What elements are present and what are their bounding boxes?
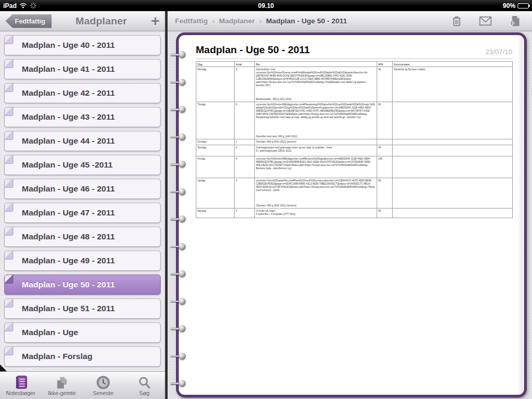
table-header: Dag <box>196 62 235 67</box>
spiral-ring-icon <box>170 380 187 387</box>
note-list-item[interactable]: Madplan - Uge 40 - 2011 <box>4 35 161 55</box>
note-list-item[interactable]: Madplan - Uge 47 - 2011 <box>4 203 161 223</box>
note-list-item[interactable]: Madplan - Uge 51 - 2011 <box>4 298 161 319</box>
cell-kommentar <box>393 209 513 218</box>
cell-kommentar <box>393 156 513 178</box>
note-item-label: Madplan - Uge 42 - 2011 <box>22 88 115 98</box>
cell-min: 105 <box>377 156 393 178</box>
note-list-item[interactable]: Madplan - Uge 49 - 2011 <box>4 251 161 271</box>
wifi-icon <box>19 3 27 9</box>
spiral-ring-icon <box>170 161 187 168</box>
cell-kommentar <box>393 178 513 209</box>
back-button[interactable]: Fedtfattig <box>5 14 52 28</box>
cell-antal: 4 <box>235 145 255 156</box>
cell-dag: Fredag <box>196 156 235 178</box>
clock-icon <box>96 375 110 389</box>
folded-corner-icon <box>4 35 13 44</box>
clock-time: 09.10 <box>110 2 422 10</box>
folded-corner-icon <box>4 131 13 140</box>
note-list-item[interactable]: Madplan - Uge 48 - 2011 <box>4 227 161 247</box>
tab-label: Seneste <box>93 390 113 396</box>
ret-text-segment: Medisterpølse, 400 g (4/11 2011) <box>256 98 376 101</box>
search-icon <box>138 375 151 389</box>
cell-antal: 1 <box>235 139 255 145</box>
spiral-ring-icon <box>170 353 187 360</box>
doc-actions <box>451 15 525 27</box>
spiral-ring-icon <box>170 270 187 277</box>
tab-notesbøger[interactable]: Notesbøger <box>0 372 41 399</box>
ret-text-segment: «onenote:Vores%20opskrifter.one#Pasta%20… <box>256 179 376 192</box>
note-list-item[interactable]: Madplan - Uge 45 -2011 <box>4 155 161 175</box>
cell-dag: Lørdag <box>196 178 235 209</box>
note-list-item[interactable]: Madplan - Uge 43 - 2011 <box>4 107 161 127</box>
ret-text-segment: «onenote:Nyn%20retter/Måltidagsretter.on… <box>256 103 376 119</box>
add-note-button[interactable]: + <box>151 16 160 27</box>
ret-text-segment: Grøntsagssuppe med grøntsags-rester og e… <box>256 146 376 153</box>
cell-ret: «onenote:Nyn%20retter/Måltidagsretter.on… <box>255 102 377 139</box>
add-page-icon[interactable] <box>508 15 520 27</box>
cell-min: 60 <box>377 67 393 102</box>
mail-icon[interactable] <box>479 15 492 27</box>
note-list-item[interactable]: Madplan - Uge 46 - 2011 <box>4 179 161 199</box>
carrier-label: iPad <box>3 2 16 10</box>
breadcrumb: Fedtfattig›Madplaner›Madplan - Uge 50 - … <box>175 16 347 26</box>
battery-icon <box>518 3 529 9</box>
tab-ikke-gemte[interactable]: Ikke-gemte <box>41 372 83 399</box>
battery-percent: 90% <box>503 2 516 10</box>
note-list: Madplan - Uge 40 - 2011Madplan - Uge 41 … <box>0 31 165 371</box>
meal-plan-table: DagAntalRetMINKommentarerMandag6Julemedi… <box>196 61 513 218</box>
note-item-label: Madplan - Forslag <box>22 352 93 361</box>
cell-dag: Onsdag <box>196 139 235 145</box>
note-list-item[interactable]: Madplan - Uge 50 - 2011 <box>4 275 161 295</box>
note-list-item[interactable]: Madplan - Uge 44 - 2011 <box>4 131 161 151</box>
cell-min: 60 <box>377 178 393 209</box>
spiral-ring-icon <box>170 79 187 86</box>
note-item-label: Madplan - Uge 50 - 2011 <box>22 280 115 289</box>
cell-min: 60 <box>377 209 393 218</box>
note-item-label: Madplan - Uge 46 - 2011 <box>22 184 115 194</box>
note-item-label: Madplan - Uge 47 - 2011 <box>22 208 115 218</box>
cell-kommentar: Natascha og flip laver maden <box>393 67 513 102</box>
table-row: Søndag4Vi finder på noget3 spareribs + 4… <box>196 209 513 218</box>
spiral-ring-icon <box>170 325 187 332</box>
ret-text-segment: Kalvefilet med rand, 600 g (14/9 2011) <box>256 135 376 138</box>
notebook: Madplan - Uge 50 - 2011 23/07/10 DagAnta… <box>177 33 526 397</box>
note-item-label: Madplan - Uge 51 - 2011 <box>22 304 115 313</box>
page-date: 23/07/10 <box>485 48 512 56</box>
cell-min: 40 <box>377 145 393 156</box>
folded-corner-icon <box>4 298 13 307</box>
cell-ret: «onenote:Nyn%20retter/Måltidagsretter.on… <box>255 156 377 178</box>
note-canvas: Madplan - Uge 50 - 2011 23/07/10 DagAnta… <box>168 31 532 399</box>
breadcrumb-link[interactable]: Madplaner <box>219 17 255 25</box>
folded-corner-icon <box>4 322 13 331</box>
note-page[interactable]: Madplan - Uge 50 - 2011 23/07/10 DagAnta… <box>180 36 523 394</box>
cell-min <box>377 139 393 145</box>
folded-corner-icon <box>4 59 13 68</box>
note-list-item[interactable]: Madplan - Forslag <box>4 346 161 367</box>
note-list-item[interactable]: Madplan - Uge <box>4 322 161 343</box>
breadcrumb-bar: Fedtfattig›Madplaner›Madplan - Uge 50 - … <box>168 11 532 31</box>
cell-ret: Vi finder på noget3 spareribs + 4 engels… <box>255 209 377 218</box>
ret-text-segment: Julemedister med «onenote:Nyn%20retter/D… <box>256 68 376 87</box>
tab-seneste[interactable]: Seneste <box>82 372 124 399</box>
cell-antal: 6 <box>235 67 255 102</box>
table-header: Ret <box>255 62 377 67</box>
cell-kommentar <box>393 145 513 156</box>
tab-søg[interactable]: Søg <box>124 372 165 399</box>
table-row: Lørdag4«onenote:Vores%20opskrifter.one#P… <box>196 178 513 209</box>
pages-icon <box>55 375 69 389</box>
breadcrumb-link[interactable]: Fedtfattig <box>175 17 208 25</box>
spiral-ring-icon <box>170 298 187 305</box>
note-list-item[interactable]: Madplan - Uge 41 - 2011 <box>4 59 161 79</box>
status-bar: iPad 09.10 90% <box>0 0 532 11</box>
spiral-ring-icon <box>170 51 187 58</box>
tab-label: Ikke-gemte <box>48 390 76 396</box>
trash-icon[interactable] <box>451 15 463 27</box>
spiral-ring-icon <box>170 106 187 113</box>
breadcrumb-current: Madplan - Uge 50 - 2011 <box>266 17 347 25</box>
folded-corner-icon <box>4 275 13 284</box>
table-row: Fredag4«onenote:Nyn%20retter/Måltidagsre… <box>196 156 513 178</box>
note-list-item[interactable]: Madplan - Uge 42 - 2011 <box>4 83 161 103</box>
cell-dag: Mandag <box>196 67 235 102</box>
note-item-label: Madplan - Uge 45 -2011 <box>22 160 113 170</box>
